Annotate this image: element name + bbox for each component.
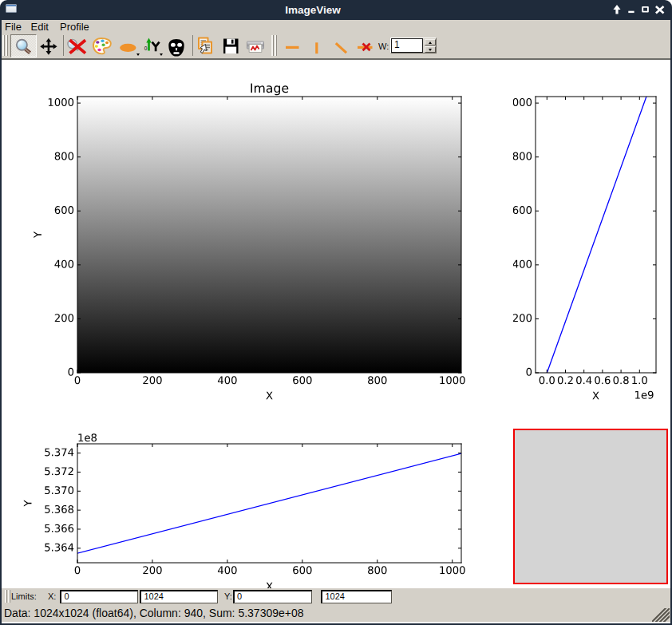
- svg-text:0: 0: [144, 45, 148, 51]
